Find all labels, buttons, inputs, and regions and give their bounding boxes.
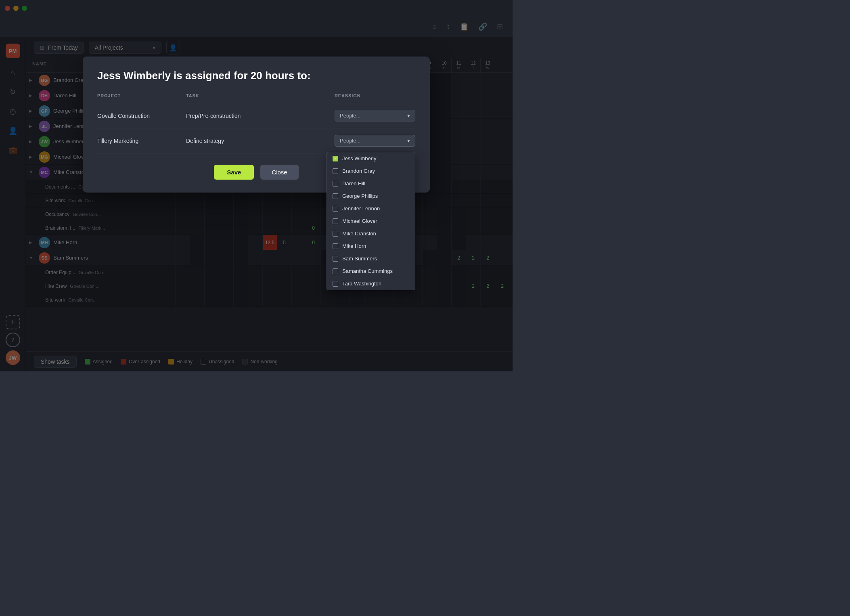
modal-col-reassign-header: REASSIGN <box>335 93 415 98</box>
checkbox-sam[interactable] <box>333 256 338 262</box>
checkbox-jennifer[interactable] <box>333 206 338 212</box>
people-dropdown-placeholder-2: People... <box>340 138 360 144</box>
save-button[interactable]: Save <box>214 165 254 180</box>
dropdown-item-jess-wimberly[interactable]: ✓ Jess Wimberly <box>327 152 415 165</box>
modal-row-2-project: Tillery Marketing <box>97 138 186 144</box>
dropdown-name-michael: Michael Glover <box>342 218 377 224</box>
dropdown-item-samantha-cummings[interactable]: Samantha Cummings <box>327 265 415 277</box>
dropdown-name-mike-h: Mike Horn <box>342 243 366 249</box>
checkbox-jess[interactable]: ✓ <box>333 156 338 161</box>
dropdown-name-jess: Jess Wimberly <box>342 155 377 161</box>
checkbox-mike-c[interactable] <box>333 231 338 237</box>
people-dropdown-2[interactable]: People... ▾ <box>335 135 415 147</box>
checkbox-samantha[interactable] <box>333 268 338 274</box>
dropdown-name-jennifer: Jennifer Lennon <box>342 205 380 212</box>
dropdown-name-brandon: Brandon Gray <box>342 168 375 174</box>
modal-overlay[interactable]: Jess Wimberly is assigned for 20 hours t… <box>0 0 513 371</box>
modal-row-1-project: Govalle Construction <box>97 113 186 119</box>
modal-row-2: Tillery Marketing Define strategy People… <box>97 128 415 153</box>
dropdown-item-mike-horn[interactable]: Mike Horn <box>327 240 415 252</box>
checkbox-tara[interactable] <box>333 281 338 287</box>
modal-row-1-task: Prep/Pre-construction <box>186 113 335 119</box>
checkbox-michael[interactable] <box>333 218 338 224</box>
modal-row-1-reassign[interactable]: People... ▾ <box>335 110 415 122</box>
modal-row-2-reassign[interactable]: People... ▾ ✓ Jess Wimberly Brandon Gray <box>335 135 415 147</box>
modal-row-1: Govalle Construction Prep/Pre-constructi… <box>97 103 415 128</box>
people-dropdown-placeholder-1: People... <box>340 113 360 119</box>
dropdown-name-samantha: Samantha Cummings <box>342 268 393 274</box>
dropdown-item-daren-hill[interactable]: Daren Hill <box>327 177 415 190</box>
modal-col-project-header: PROJECT <box>97 93 186 98</box>
people-dropdown-1[interactable]: People... ▾ <box>335 110 415 122</box>
modal-row-2-task: Define strategy <box>186 138 335 144</box>
checkbox-mike-h[interactable] <box>333 243 338 249</box>
dropdown-name-daren: Daren Hill <box>342 180 365 186</box>
dropdown-item-tara-washington[interactable]: Tara Washington <box>327 277 415 290</box>
dropdown-item-michael-glover[interactable]: Michael Glover <box>327 215 415 227</box>
people-dropdown-list: ✓ Jess Wimberly Brandon Gray Daren Hill … <box>327 152 415 290</box>
dropdown-item-george-phillips[interactable]: George Phillips <box>327 190 415 202</box>
reassign-modal: Jess Wimberly is assigned for 20 hours t… <box>83 57 430 193</box>
dropdown-name-george: George Phillips <box>342 193 378 199</box>
modal-col-task-header: TASK <box>186 93 335 98</box>
dropdown-arrow-2-icon: ▾ <box>407 138 410 144</box>
dropdown-item-sam-summers[interactable]: Sam Summers <box>327 252 415 265</box>
modal-table-header: PROJECT TASK REASSIGN <box>97 93 415 103</box>
modal-title: Jess Wimberly is assigned for 20 hours t… <box>97 69 415 82</box>
checkbox-daren[interactable] <box>333 181 338 186</box>
dropdown-arrow-1-icon: ▾ <box>407 113 410 119</box>
dropdown-item-brandon-gray[interactable]: Brandon Gray <box>327 165 415 177</box>
checkbox-brandon[interactable] <box>333 168 338 174</box>
dropdown-name-sam: Sam Summers <box>342 256 377 262</box>
close-button[interactable]: Close <box>260 165 298 180</box>
dropdown-name-tara: Tara Washington <box>342 281 381 287</box>
dropdown-name-mike-c: Mike Cranston <box>342 230 376 237</box>
dropdown-item-mike-cranston[interactable]: Mike Cranston <box>327 227 415 240</box>
checkbox-george[interactable] <box>333 193 338 199</box>
dropdown-item-jennifer-lennon[interactable]: Jennifer Lennon <box>327 202 415 215</box>
